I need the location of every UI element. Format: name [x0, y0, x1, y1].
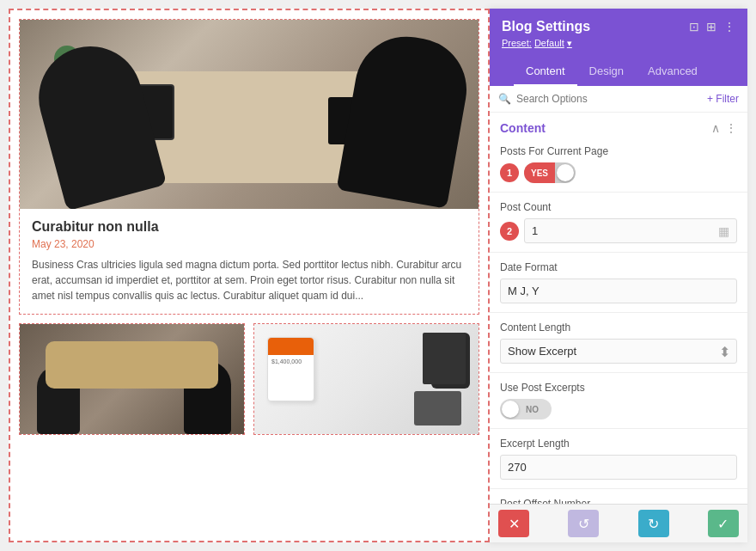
- use-post-excerpts-label: Use Post Excerpts: [500, 382, 737, 394]
- filter-button[interactable]: + Filter: [707, 93, 739, 105]
- toggle-wrapper: 1 YES: [500, 162, 737, 183]
- panel-title: Blog Settings: [502, 19, 590, 34]
- redo-button[interactable]: ↻: [638, 510, 669, 537]
- excerpt-length-input[interactable]: [501, 456, 736, 479]
- panel-preset: Preset: Default ▾: [502, 38, 735, 49]
- post-count-wrapper: 2 ▦: [500, 218, 737, 243]
- panel-body: 🔍 + Filter Content ∧ ⋮ Posts For Current…: [490, 86, 747, 504]
- divider-6: [490, 488, 747, 489]
- search-input[interactable]: [516, 93, 702, 105]
- divider-4: [490, 372, 747, 373]
- undo-button[interactable]: ↺: [568, 510, 599, 537]
- setting-content-length: Content Length Show Excerpt Show Full Co…: [490, 316, 747, 369]
- tab-advanced[interactable]: Advanced: [636, 58, 710, 86]
- columns-icon[interactable]: ⊞: [706, 20, 716, 34]
- settings-panel: Blog Settings ⊡ ⊞ ⋮ Preset: Default ▾ Co…: [490, 9, 747, 542]
- panel-icons: ⊡ ⊞ ⋮: [689, 20, 735, 34]
- date-format-label: Date Format: [500, 261, 737, 273]
- blog-cards-bottom: $1,400,000: [19, 323, 479, 435]
- toggle-knob: [557, 164, 574, 181]
- collapse-icon[interactable]: ∧: [711, 121, 720, 135]
- setting-date-format: Date Format: [490, 256, 747, 309]
- setting-excerpt-length: Excerpt Length: [490, 432, 747, 485]
- tab-content[interactable]: Content: [514, 58, 577, 86]
- blog-card-small-2: $1,400,000: [253, 323, 479, 435]
- excerpt-length-label: Excerpt Length: [500, 438, 737, 450]
- content-length-select-wrapper: Show Excerpt Show Full Content Hide Cont…: [500, 339, 737, 364]
- date-format-input[interactable]: [501, 279, 736, 303]
- section-actions: ∧ ⋮: [711, 121, 737, 135]
- more-icon[interactable]: ⋮: [723, 20, 735, 34]
- setting-posts-current-page: Posts For Current Page 1 YES: [490, 140, 747, 188]
- close-button[interactable]: ✕: [498, 510, 529, 537]
- section-more-icon[interactable]: ⋮: [725, 121, 737, 135]
- canvas-area: Curabitur non nulla May 23, 2020 Busines…: [9, 9, 490, 542]
- check-button[interactable]: ✓: [708, 510, 739, 537]
- badge-2: 2: [500, 222, 519, 241]
- divider-2: [490, 252, 747, 253]
- section-header: Content ∧ ⋮: [490, 113, 747, 140]
- date-format-input-row: [500, 279, 737, 303]
- excerpt-length-input-row: [500, 455, 737, 480]
- card-image-dark: [20, 324, 244, 434]
- setting-post-offset: Post Offset Number: [490, 493, 747, 504]
- responsive-icon[interactable]: ⊡: [689, 20, 699, 34]
- search-icon: 🔍: [498, 93, 511, 105]
- toggle-no-knob: [502, 401, 519, 418]
- post-count-input-row: ▦: [524, 218, 737, 243]
- post-count-input[interactable]: [525, 219, 711, 242]
- panel-tabs: Content Design Advanced: [502, 58, 735, 86]
- preset-value[interactable]: Default: [534, 38, 564, 48]
- section-title: Content: [500, 121, 546, 135]
- blog-post-title: Curabitur non nulla: [32, 219, 466, 235]
- blog-hero-image: [20, 20, 479, 209]
- toggle-use-post-excerpts[interactable]: NO: [500, 399, 552, 419]
- toggle-posts-current-page[interactable]: YES: [524, 162, 576, 183]
- post-offset-label: Post Offset Number: [500, 498, 737, 504]
- card-image-light: $1,400,000: [254, 324, 479, 434]
- divider-1: [490, 192, 747, 193]
- setting-post-count: Post Count 2 ▦: [490, 196, 747, 248]
- grid-icon: ▦: [711, 224, 736, 238]
- blog-card-small-1: [19, 323, 245, 435]
- blog-post-date: May 23, 2020: [32, 238, 466, 250]
- toggle-no-label: NO: [521, 405, 544, 414]
- badge-1: 1: [500, 163, 519, 182]
- content-length-label: Content Length: [500, 321, 737, 334]
- tab-design[interactable]: Design: [577, 58, 636, 86]
- setting-use-post-excerpts: Use Post Excerpts NO: [490, 377, 747, 425]
- post-count-label: Post Count: [500, 201, 737, 213]
- search-bar: 🔍 + Filter: [490, 86, 747, 113]
- divider-5: [490, 428, 747, 429]
- divider-3: [490, 312, 747, 313]
- blog-post-excerpt: Business Cras ultricies ligula sed magna…: [32, 257, 466, 303]
- posts-current-page-label: Posts For Current Page: [500, 145, 737, 157]
- blog-card-top: Curabitur non nulla May 23, 2020 Busines…: [19, 19, 479, 315]
- panel-header: Blog Settings ⊡ ⊞ ⋮ Preset: Default ▾ Co…: [490, 9, 747, 86]
- toggle-yes-label: YES: [524, 162, 555, 183]
- blog-card-content: Curabitur non nulla May 23, 2020 Busines…: [20, 209, 479, 314]
- content-length-select[interactable]: Show Excerpt Show Full Content Hide Cont…: [500, 339, 737, 364]
- bottom-toolbar: ✕ ↺ ↻ ✓: [490, 504, 747, 542]
